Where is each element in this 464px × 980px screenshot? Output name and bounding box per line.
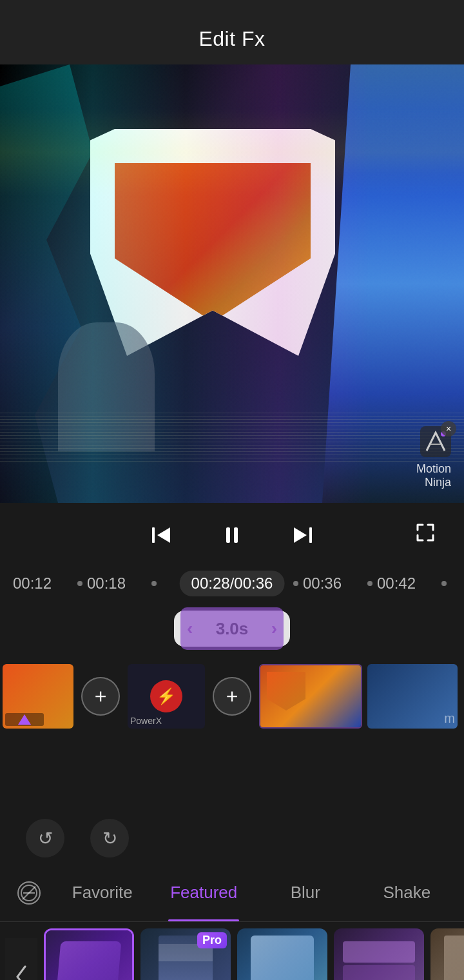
clip-strip: + ⚡ PowerX + m bbox=[0, 658, 464, 735]
timeline[interactable]: 00:12 00:18 00:28/00:36 00:36 00:42 bbox=[0, 567, 464, 600]
effect-row: Shake Pro Wobble Bluish bbox=[0, 922, 464, 980]
effect-thumb-bluish bbox=[237, 928, 327, 980]
current-time-indicator: 00:28/00:36 bbox=[180, 571, 285, 596]
purple-clip-block bbox=[180, 607, 284, 650]
clip-thumb-3[interactable] bbox=[259, 664, 362, 729]
clip-strip-inner: + ⚡ PowerX + m bbox=[0, 658, 464, 735]
header: Edit Fx bbox=[0, 0, 464, 64]
svg-line-7 bbox=[23, 887, 35, 899]
block-icon bbox=[17, 881, 41, 905]
tab-blur[interactable]: Blur bbox=[255, 864, 356, 921]
undo-redo-bar: ↺ ↻ bbox=[0, 812, 464, 864]
effect-item-oldfilm[interactable]: Pro Old Film bbox=[430, 928, 464, 980]
fullscreen-button[interactable] bbox=[412, 520, 438, 551]
timeline-track: 00:12 00:18 00:28/00:36 00:36 00:42 bbox=[0, 567, 464, 600]
svg-rect-5 bbox=[309, 527, 312, 543]
timeline-dot-0 bbox=[77, 581, 82, 586]
watermark-text: Motion Ninja bbox=[416, 462, 451, 490]
video-preview: × Motion Ninja bbox=[0, 64, 464, 503]
skip-back-button[interactable] bbox=[145, 519, 177, 551]
timeline-dot-4 bbox=[441, 581, 447, 586]
timeline-marker-5: 00:42 bbox=[377, 574, 416, 593]
clip-editor-popup: ‹ 3.0s › bbox=[0, 600, 464, 658]
effect-item-partition[interactable]: Partition bbox=[334, 928, 424, 980]
playback-controls bbox=[0, 503, 464, 567]
effect-thumb-oldfilm: Pro bbox=[430, 928, 464, 980]
watermark: × Motion Ninja bbox=[416, 426, 451, 490]
effect-item-bluish[interactable]: Bluish bbox=[237, 928, 327, 980]
effect-item-shake[interactable]: Shake bbox=[44, 928, 134, 980]
svg-rect-4 bbox=[234, 527, 238, 543]
watermark-close-button[interactable]: × bbox=[441, 421, 456, 436]
tab-shake[interactable]: Shake bbox=[356, 864, 458, 921]
tab-blur-label: Blur bbox=[291, 883, 320, 903]
pro-badge-wobble: Pro bbox=[197, 932, 227, 948]
clip-thumb-2[interactable]: ⚡ PowerX bbox=[128, 664, 205, 729]
svg-rect-3 bbox=[226, 527, 230, 543]
effect-thumb-partition bbox=[334, 928, 424, 980]
tab-featured[interactable]: Featured bbox=[153, 864, 255, 921]
timeline-marker-4: 00:36 bbox=[303, 574, 342, 593]
video-background bbox=[0, 64, 464, 503]
category-tabs: Favorite Featured Blur Shake bbox=[0, 864, 464, 922]
tab-favorite[interactable]: Favorite bbox=[52, 864, 153, 921]
timeline-dot-1 bbox=[151, 581, 157, 586]
effect-thumb-wobble: Pro bbox=[140, 928, 231, 980]
redo-button[interactable]: ↻ bbox=[90, 819, 129, 858]
tab-shake-label: Shake bbox=[383, 883, 430, 903]
clip-thumb-4[interactable]: m bbox=[367, 664, 458, 729]
timeline-marker-0: 00:12 bbox=[13, 574, 52, 593]
add-clip-button-1[interactable]: + bbox=[81, 677, 120, 716]
undo-button[interactable]: ↺ bbox=[26, 819, 64, 858]
tab-favorite-label: Favorite bbox=[72, 883, 133, 903]
video-noise bbox=[0, 64, 464, 503]
tab-none[interactable] bbox=[6, 864, 52, 921]
effect-item-wobble[interactable]: Pro Wobble bbox=[140, 928, 231, 980]
effect-thumb-shake bbox=[46, 930, 132, 980]
clip-thumb-1[interactable] bbox=[3, 664, 73, 729]
spacer bbox=[0, 735, 464, 812]
nav-arrow-left[interactable] bbox=[5, 938, 37, 980]
play-pause-button[interactable] bbox=[216, 519, 248, 551]
timeline-marker-1: 00:18 bbox=[87, 574, 126, 593]
timeline-dot-3 bbox=[367, 581, 372, 586]
svg-rect-2 bbox=[152, 527, 155, 543]
page-title: Edit Fx bbox=[198, 27, 265, 51]
skip-forward-button[interactable] bbox=[287, 519, 319, 551]
add-clip-button-2[interactable]: + bbox=[213, 677, 251, 716]
timeline-dot-2 bbox=[293, 581, 298, 586]
tab-featured-label: Featured bbox=[170, 883, 237, 903]
